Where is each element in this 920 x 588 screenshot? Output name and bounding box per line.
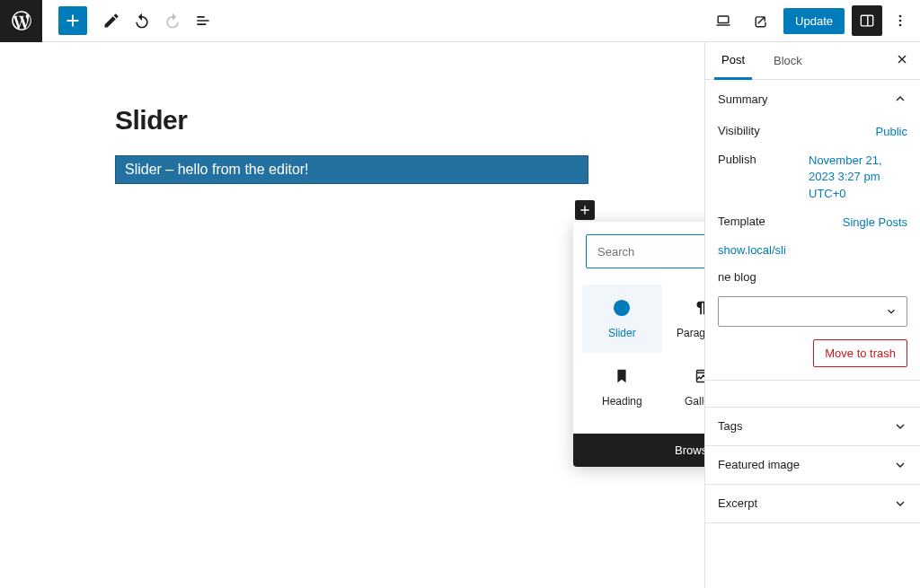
chevron-down-icon: [885, 305, 898, 318]
svg-point-5: [899, 24, 902, 27]
inserter-item-gallery[interactable]: Gallery: [662, 353, 704, 421]
chevron-up-icon: [893, 92, 907, 106]
tab-block[interactable]: Block: [766, 42, 809, 79]
inserter-item-slider[interactable]: Slider: [582, 285, 662, 353]
field-value[interactable]: November 21, 2023 3:27 pm UTC+0: [809, 153, 907, 202]
panel-featured-image: Featured image: [705, 446, 920, 485]
tab-post[interactable]: Post: [714, 43, 752, 80]
laptop-icon: [714, 12, 732, 30]
redo-icon: [164, 12, 181, 30]
chevron-down-icon: [893, 496, 907, 511]
move-to-trash-button[interactable]: Move to trash: [813, 339, 907, 367]
field-label: Publish: [718, 153, 756, 202]
inserter-item-label: Paragraph: [677, 327, 704, 339]
wordpress-icon: [10, 9, 33, 32]
paragraph-icon: [692, 298, 704, 318]
field-template: Template Single Posts: [718, 208, 907, 237]
top-toolbar: Update: [0, 0, 920, 42]
sidebar-icon: [858, 12, 876, 30]
stick-row: ne blog: [718, 263, 907, 296]
permalink-value[interactable]: show.local/sli: [718, 237, 907, 263]
close-sidebar-button[interactable]: [895, 52, 909, 69]
panel-title: Summary: [718, 92, 768, 106]
smiley-icon: [612, 298, 632, 318]
svg-point-8: [619, 306, 620, 307]
inserter-item-heading[interactable]: Heading: [582, 353, 662, 421]
settings-toggle-button[interactable]: [852, 5, 882, 36]
kebab-icon: [891, 12, 909, 30]
field-visibility: Visibility Public: [718, 118, 907, 146]
settings-sidebar: Post Block Summary Visibility Public Pub…: [704, 42, 920, 588]
chevron-down-icon: [893, 419, 907, 434]
svg-point-9: [624, 306, 625, 307]
panel-body-summary: Visibility Public Publish November 21, 2…: [705, 118, 920, 380]
panel-header-featured[interactable]: Featured image: [705, 446, 920, 484]
undo-button[interactable]: [127, 5, 157, 36]
panel-title: Featured image: [718, 458, 800, 471]
redo-button[interactable]: [157, 5, 188, 36]
search-input[interactable]: [597, 245, 704, 259]
gallery-icon: [692, 366, 704, 386]
author-select[interactable]: [718, 296, 907, 327]
plus-icon: [63, 11, 83, 31]
inserter-item-paragraph[interactable]: Paragraph: [662, 285, 704, 353]
svg-point-3: [899, 15, 902, 18]
panel-header-excerpt[interactable]: Excerpt: [705, 485, 920, 522]
field-label: Visibility: [718, 124, 760, 140]
panel-tags: Tags: [705, 408, 920, 446]
undo-icon: [133, 12, 151, 30]
field-value[interactable]: Single Posts: [843, 215, 907, 231]
toolbar-right: Update: [708, 5, 920, 36]
inserter-item-label: Slider: [608, 327, 636, 339]
panel-excerpt: Excerpt: [705, 485, 920, 523]
panel-title: Tags: [718, 419, 742, 433]
field-label: Template: [718, 215, 765, 231]
pencil-icon: [102, 12, 120, 30]
inserter-item-label: Heading: [602, 395, 642, 408]
plus-icon: [578, 203, 592, 217]
browse-all-button[interactable]: Browse all: [573, 434, 704, 467]
svg-rect-1: [861, 15, 872, 26]
preview-button[interactable]: [746, 5, 776, 36]
list-icon: [194, 12, 212, 30]
inserter-item-label: Gallery: [685, 395, 704, 408]
chevron-down-icon: [893, 458, 907, 472]
sidebar-tabs: Post Block: [705, 42, 920, 80]
inserter-grid: Slider Paragraph Image Heading Gallery: [573, 281, 704, 434]
add-block-button[interactable]: [58, 6, 87, 35]
page-title[interactable]: Slider: [115, 105, 704, 136]
block-inserter-popup: Slider Paragraph Image Heading Gallery: [573, 222, 704, 467]
inserter-search[interactable]: [586, 234, 704, 268]
close-icon: [895, 52, 909, 66]
editor-canvas: Slider Slider – hello from the editor! S…: [0, 42, 704, 588]
options-button[interactable]: [889, 12, 911, 30]
svg-rect-0: [718, 16, 729, 23]
toolbar-left: [0, 0, 218, 41]
panel-header-tags[interactable]: Tags: [705, 408, 920, 445]
update-button[interactable]: Update: [783, 8, 845, 34]
inline-add-button[interactable]: [575, 200, 595, 220]
field-publish: Publish November 21, 2023 3:27 pm UTC+0: [718, 146, 907, 208]
slider-block[interactable]: Slider – hello from the editor!: [115, 155, 588, 184]
panel-title: Excerpt: [718, 496, 757, 510]
field-value[interactable]: Public: [876, 124, 907, 140]
bookmark-icon: [612, 366, 632, 386]
wordpress-logo[interactable]: [0, 0, 42, 42]
external-link-icon: [752, 12, 770, 30]
svg-point-4: [899, 20, 902, 22]
panel-summary: Summary Visibility Public Publish Novemb…: [705, 80, 920, 381]
edit-tool-button[interactable]: [96, 5, 127, 36]
view-button[interactable]: [708, 5, 739, 36]
svg-point-7: [615, 301, 630, 316]
document-overview-button[interactable]: [188, 5, 218, 36]
panel-header-summary[interactable]: Summary: [705, 80, 920, 118]
